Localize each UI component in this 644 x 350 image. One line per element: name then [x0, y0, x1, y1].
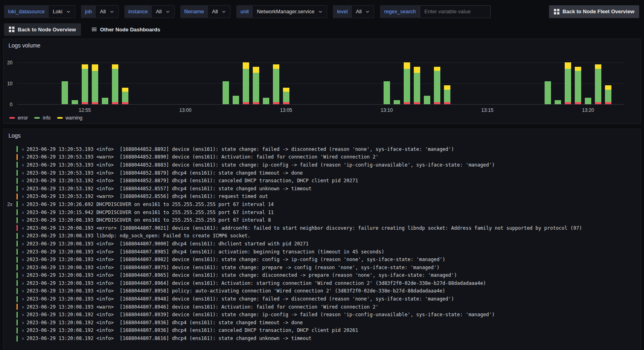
- log-row[interactable]: ›2023-06-29 13:20:08.193 <info> [1688044…: [4, 264, 640, 272]
- expand-log-icon[interactable]: ›: [21, 241, 25, 247]
- expand-log-icon[interactable]: ›: [21, 186, 25, 191]
- volume-bar[interactable]: [122, 88, 128, 105]
- log-row[interactable]: ›2023-06-29 13:20:08.192 <info> [1688044…: [4, 311, 640, 319]
- volume-bar[interactable]: [565, 62, 571, 104]
- log-row[interactable]: ›2023-06-29 13:20:53.192 <info> [1688044…: [4, 185, 640, 193]
- other-node-dashboards-link[interactable]: Other Node Dashboards: [91, 27, 161, 33]
- variable-select-filename[interactable]: All: [208, 5, 231, 18]
- log-row[interactable]: ›2023-06-29 13:20:08.193 <info> [1688044…: [4, 287, 640, 295]
- volume-bar[interactable]: [72, 100, 78, 104]
- log-row[interactable]: 2x›2023-06-29 13:20:26.692 DHCPDISCOVER …: [4, 200, 640, 208]
- log-row[interactable]: ›2023-06-29 13:20:08.193 <error> [168804…: [4, 224, 640, 232]
- volume-bar[interactable]: [243, 62, 249, 104]
- expand-log-icon[interactable]: ›: [21, 146, 25, 152]
- log-row[interactable]: ›2023-06-29 13:20:53.192 <warn> [1688044…: [4, 193, 640, 201]
- volume-bar[interactable]: [223, 81, 229, 104]
- logs-panel-title[interactable]: Logs: [8, 132, 21, 139]
- log-row[interactable]: ›2023-06-29 13:20:08.193 DHCPDISCOVER on…: [4, 216, 640, 224]
- log-row[interactable]: ›2023-06-29 13:20:08.193 <info> [1688044…: [4, 255, 640, 264]
- volume-bar[interactable]: [62, 81, 68, 104]
- expand-log-icon[interactable]: ›: [21, 217, 25, 223]
- log-row[interactable]: ›2023-06-29 13:20:08.193 libndp: ndp_soc…: [4, 232, 640, 240]
- volume-bar[interactable]: [585, 98, 591, 104]
- legend-item-error[interactable]: error: [9, 115, 28, 121]
- log-row[interactable]: ›2023-06-29 13:20:53.193 <warn> [1688044…: [4, 153, 640, 161]
- volume-bar[interactable]: [273, 64, 279, 104]
- log-row[interactable]: ›2023-06-29 13:20:53.193 <info> [1688044…: [4, 145, 640, 153]
- expand-log-icon[interactable]: ›: [21, 249, 25, 255]
- log-row[interactable]: ›2023-06-29 13:20:08.193 <info> [1688044…: [4, 295, 640, 303]
- volume-bar[interactable]: [545, 81, 551, 104]
- volume-bar[interactable]: [394, 100, 400, 104]
- expand-log-icon[interactable]: ›: [21, 336, 25, 341]
- log-row[interactable]: ›2023-06-29 13:20:53.193 <info> [1688044…: [4, 161, 640, 169]
- back-to-node-fleet-overview-button[interactable]: Back to Node Fleet Overview: [549, 5, 639, 18]
- logs-volume-plot[interactable]: [17, 61, 624, 105]
- volume-bar[interactable]: [434, 67, 440, 104]
- log-row[interactable]: ›2023-06-29 13:20:08.192 <info> [1688044…: [4, 319, 640, 327]
- volume-bar[interactable]: [555, 100, 561, 104]
- expand-log-icon[interactable]: ›: [21, 225, 25, 231]
- expand-log-icon[interactable]: ›: [21, 296, 25, 302]
- log-row[interactable]: ›2023-06-29 13:20:53.192 <info> [1688044…: [4, 177, 640, 185]
- legend-label: info: [43, 115, 50, 121]
- expand-log-icon[interactable]: ›: [21, 288, 25, 294]
- variable-select-level[interactable]: All: [352, 5, 374, 18]
- volume-bar[interactable]: [575, 67, 581, 104]
- log-row[interactable]: ›2023-06-29 13:20:08.192 <info> [1688044…: [4, 327, 640, 335]
- volume-bar[interactable]: [595, 64, 601, 104]
- volume-bar[interactable]: [384, 81, 390, 104]
- variable-select-job[interactable]: All: [96, 5, 118, 18]
- expand-log-icon[interactable]: ›: [21, 304, 25, 310]
- volume-bar[interactable]: [92, 64, 98, 104]
- volume-bar[interactable]: [404, 62, 410, 104]
- expand-log-icon[interactable]: ›: [21, 162, 25, 168]
- expand-log-icon[interactable]: ›: [21, 257, 25, 262]
- log-row[interactable]: ›2023-06-29 13:20:08.193 <info> [1688044…: [4, 279, 640, 287]
- variable-select-instance[interactable]: All: [152, 5, 174, 18]
- log-row[interactable]: ›2023-06-29 13:20:08.193 <info> [1688044…: [4, 248, 640, 256]
- expand-log-icon[interactable]: ›: [21, 154, 25, 160]
- expand-log-icon[interactable]: ›: [21, 312, 25, 317]
- expand-log-icon[interactable]: ›: [21, 272, 25, 278]
- legend-item-warning[interactable]: warning: [57, 115, 83, 121]
- variable-input-regex_search[interactable]: [420, 5, 491, 18]
- volume-bar[interactable]: [253, 67, 259, 104]
- volume-bar[interactable]: [424, 96, 430, 104]
- expand-log-icon[interactable]: ›: [21, 170, 25, 176]
- back-to-node-overview-button[interactable]: Back to Node Overview: [4, 23, 81, 36]
- logs-volume-panel-title[interactable]: Logs volume: [8, 42, 40, 49]
- volume-bar[interactable]: [233, 96, 239, 104]
- variable-select-loki_datasource[interactable]: Loki: [49, 5, 75, 18]
- expand-log-icon[interactable]: ›: [21, 202, 25, 207]
- variable-label-instance: instance: [124, 5, 152, 18]
- expand-log-icon[interactable]: ›: [21, 194, 25, 199]
- volume-bar[interactable]: [283, 88, 289, 105]
- expand-log-icon[interactable]: ›: [21, 233, 25, 239]
- log-row[interactable]: ›2023-06-29 13:20:08.192 <info> [1688044…: [4, 334, 640, 342]
- expand-log-icon[interactable]: ›: [21, 280, 25, 286]
- log-row[interactable]: ›2023-06-29 13:20:08.193 <warn> [1688044…: [4, 303, 640, 311]
- expand-log-icon[interactable]: ›: [21, 265, 25, 270]
- volume-bar[interactable]: [263, 98, 269, 104]
- volume-bar[interactable]: [605, 85, 611, 104]
- log-row[interactable]: ›2023-06-29 13:20:08.193 <info> [1688044…: [4, 240, 640, 248]
- log-row[interactable]: ›2023-06-29 13:20:53.193 <info> [1688044…: [4, 169, 640, 177]
- volume-bar[interactable]: [414, 67, 420, 104]
- volume-bar[interactable]: [82, 64, 88, 104]
- expand-log-icon[interactable]: ›: [21, 210, 25, 215]
- log-row[interactable]: ›2023-06-29 13:20:08.193 <info> [1688044…: [4, 272, 640, 280]
- variable-job: jobAll: [81, 5, 119, 18]
- variable-select-unit[interactable]: NetworkManager.service: [253, 5, 327, 18]
- expand-log-icon[interactable]: ›: [21, 327, 25, 333]
- expand-log-icon[interactable]: ›: [21, 178, 25, 183]
- bar-segment-warning: [243, 62, 249, 69]
- bar-segment-warning: [82, 64, 88, 68]
- volume-bar[interactable]: [112, 64, 118, 104]
- volume-bar[interactable]: [444, 85, 450, 104]
- log-row[interactable]: ›2023-06-29 13:20:15.942 DHCPDISCOVER on…: [4, 208, 640, 216]
- volume-bar[interactable]: [102, 98, 108, 104]
- bar-segment-info: [434, 71, 440, 102]
- legend-item-info[interactable]: info: [34, 115, 50, 121]
- expand-log-icon[interactable]: ›: [21, 320, 25, 325]
